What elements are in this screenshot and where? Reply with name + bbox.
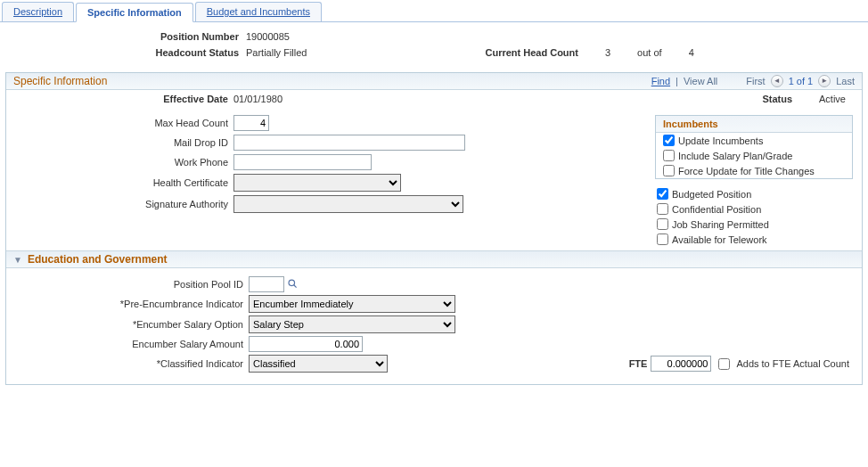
include-salary-plan-checkbox[interactable]: [663, 150, 675, 161]
headcount-status-value: Partially Filled: [246, 47, 307, 58]
effective-date-label: Effective Date: [6, 94, 233, 104]
max-head-count-label: Max Head Count: [6, 118, 233, 128]
health-certificate-label: Health Certificate: [6, 177, 233, 188]
position-number-label: Position Number: [141, 31, 239, 42]
available-telework-checkbox[interactable]: [657, 234, 668, 245]
adds-to-fte-checkbox[interactable]: [718, 358, 730, 370]
encumber-salary-amount-label: Encumber Salary Amount: [6, 339, 249, 349]
max-head-count-input[interactable]: [233, 115, 269, 131]
current-head-count-value: 3: [605, 47, 610, 58]
tab-description[interactable]: Description: [2, 2, 74, 21]
force-update-title-checkbox[interactable]: [663, 165, 675, 176]
classified-indicator-select[interactable]: Classified: [249, 355, 388, 373]
job-sharing-label: Job Sharing Permitted: [672, 219, 769, 230]
encumber-salary-option-label: *Encumber Salary Option: [6, 319, 249, 330]
encumber-salary-option-select[interactable]: Salary Step: [249, 315, 455, 333]
adds-to-fte-label: Adds to FTE Actual Count: [736, 358, 849, 369]
section-title: Specific Information: [13, 75, 107, 87]
status-value: Active: [819, 94, 846, 104]
fte-label: FTE: [629, 358, 648, 369]
force-update-title-label: Force Update for Title Changes: [678, 166, 815, 176]
job-sharing-checkbox[interactable]: [657, 218, 668, 230]
include-salary-plan-label: Include Salary Plan/Grade: [678, 151, 792, 161]
next-row-button[interactable]: ►: [818, 75, 831, 87]
confidential-position-checkbox[interactable]: [657, 203, 668, 215]
prev-row-button[interactable]: ◄: [771, 75, 783, 87]
mail-drop-id-input[interactable]: [233, 135, 465, 151]
position-number-value: 19000085: [246, 31, 290, 42]
max-head-count-value: 4: [689, 47, 694, 58]
last-label: Last: [836, 76, 855, 86]
tab-bar: Description Specific Information Budget …: [0, 0, 868, 22]
signature-authority-select[interactable]: [233, 195, 463, 213]
update-incumbents-checkbox[interactable]: [663, 135, 675, 146]
svg-point-0: [289, 280, 295, 286]
encumber-salary-amount-input[interactable]: [249, 336, 363, 352]
find-link[interactable]: Find: [651, 76, 670, 86]
out-of-label: out of: [637, 47, 662, 58]
education-government-title: Education and Government: [28, 253, 168, 266]
view-all-link[interactable]: View All: [684, 76, 717, 86]
budgeted-position-label: Budgeted Position: [672, 189, 751, 200]
lookup-icon[interactable]: [287, 278, 299, 291]
position-pool-id-input[interactable]: [249, 276, 284, 292]
position-pool-id-label: Position Pool ID: [6, 279, 249, 290]
education-government-header[interactable]: ▼ Education and Government: [6, 250, 862, 268]
tab-specific-information[interactable]: Specific Information: [76, 3, 193, 22]
first-label: First: [746, 76, 765, 86]
incumbents-title: Incumbents: [656, 116, 852, 133]
headcount-status-label: Headcount Status: [141, 47, 239, 58]
budgeted-position-checkbox[interactable]: [657, 188, 668, 200]
svg-line-1: [294, 284, 297, 287]
status-label: Status: [762, 94, 792, 104]
fte-input[interactable]: [651, 356, 711, 372]
page-indicator: 1 of 1: [789, 76, 814, 86]
effective-date-value: 01/01/1980: [233, 94, 283, 104]
tab-budget-incumbents[interactable]: Budget and Incumbents: [195, 2, 322, 21]
current-head-count-label: Current Head Count: [485, 47, 578, 58]
collapse-icon: ▼: [13, 255, 22, 265]
specific-information-section: Specific Information Find | View All Fir…: [5, 72, 863, 385]
confidential-position-label: Confidential Position: [672, 204, 761, 215]
work-phone-label: Work Phone: [6, 157, 233, 168]
mail-drop-id-label: Mail Drop ID: [6, 137, 233, 148]
classified-indicator-label: *Classified Indicator: [6, 358, 249, 369]
signature-authority-label: Signature Authority: [6, 199, 233, 209]
pre-encumbrance-select[interactable]: Encumber Immediately: [249, 295, 455, 313]
available-telework-label: Available for Telework: [672, 234, 767, 245]
incumbents-group: Incumbents Update Incumbents Include Sal…: [655, 115, 853, 179]
pre-encumbrance-label: *Pre-Encumbrance Indicator: [6, 299, 249, 309]
update-incumbents-label: Update Incumbents: [678, 135, 763, 146]
work-phone-input[interactable]: [233, 154, 372, 170]
header-block: Position Number 19000085 Headcount Statu…: [0, 22, 868, 72]
health-certificate-select[interactable]: [233, 174, 401, 192]
